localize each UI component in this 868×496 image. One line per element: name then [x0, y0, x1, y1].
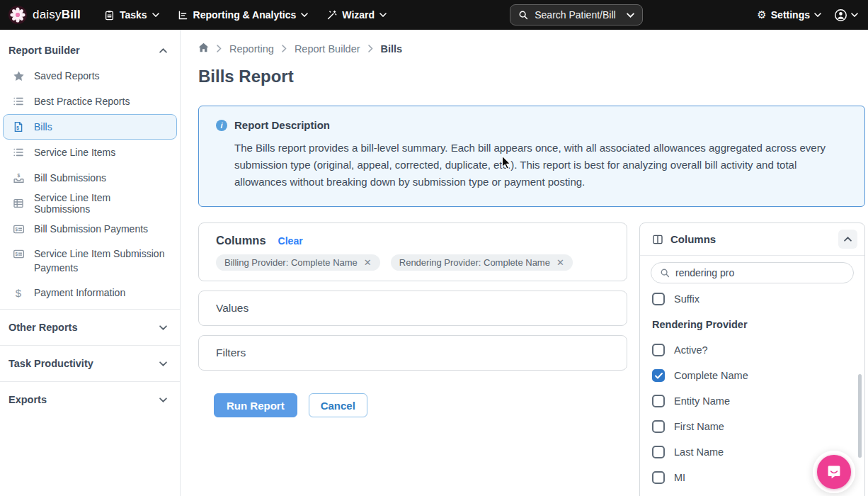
top-navbar: daisyBill Tasks Reporting & Analytics Wi… — [0, 0, 868, 30]
column-option-suffix[interactable]: Suffix — [640, 286, 864, 312]
report-description-body: The Bills report provides a bill-level s… — [234, 140, 847, 191]
checkbox-complete-name[interactable] — [652, 369, 665, 382]
sidebar-item-label: Service Line Item Submissions — [34, 192, 168, 215]
sidebar-item-label: Saved Reports — [34, 70, 100, 81]
columns-dropzone[interactable]: Columns Clear Billing Provider: Complete… — [198, 222, 627, 281]
sidebar-divider — [0, 345, 180, 346]
sidebar-item-bills[interactable]: $ Bills — [3, 114, 177, 140]
home-icon[interactable] — [198, 43, 209, 55]
sidebar-section-task-productivity[interactable]: Task Productivity — [0, 349, 180, 378]
report-description-title: Report Description — [234, 119, 330, 131]
values-label: Values — [216, 302, 249, 315]
chevron-down-icon — [379, 13, 387, 17]
sidebar-item-label: Service Line Items — [34, 147, 115, 158]
sidebar-item-service-line-item-submissions[interactable]: Service Line Item Submissions — [3, 191, 177, 216]
checkbox-suffix[interactable] — [652, 293, 665, 305]
panel-title: Columns — [670, 233, 831, 245]
patient-bill-search[interactable]: Search Patient/Bill — [510, 4, 643, 26]
sidebar-item-service-line-item-submission-payments[interactable]: $ Service Line Item Submission Payments — [3, 242, 177, 280]
column-chip-billing-provider[interactable]: Billing Provider: Complete Name ✕ — [216, 254, 380, 271]
user-avatar-icon — [834, 9, 847, 22]
chevron-down-icon — [159, 325, 167, 330]
list-icon — [12, 147, 25, 158]
star-icon — [12, 70, 25, 82]
columns-search-input[interactable] — [675, 267, 845, 278]
daisybill-logo[interactable]: daisyBill — [8, 6, 81, 24]
search-label: Search Patient/Bill — [535, 9, 620, 21]
svg-text:$: $ — [15, 252, 18, 257]
brand-name: daisyBill — [33, 8, 81, 22]
sidebar-item-bill-submissions[interactable]: $ Bill Submissions — [3, 165, 177, 191]
column-option-complete-name[interactable]: Complete Name — [640, 363, 864, 388]
panel-scrollbar[interactable] — [858, 374, 862, 458]
column-option-label: Entity Name — [674, 395, 730, 407]
gear-icon: ⚙ — [757, 10, 766, 21]
sidebar-item-label: Service Line Item Submission Payments — [34, 247, 168, 275]
breadcrumb-reporting[interactable]: Reporting — [229, 43, 274, 55]
filters-dropzone[interactable]: Filters — [198, 335, 627, 371]
sidebar-divider — [0, 309, 180, 310]
report-builder-form: Columns Clear Billing Provider: Complete… — [198, 222, 627, 417]
chat-launcher[interactable] — [813, 451, 855, 493]
sidebar-item-saved-reports[interactable]: Saved Reports — [3, 63, 177, 89]
values-dropzone[interactable]: Values — [198, 291, 627, 326]
chevron-down-icon — [301, 13, 308, 17]
sidebar-divider — [0, 381, 180, 382]
menu-tasks[interactable]: Tasks — [95, 0, 169, 30]
bill-document-icon: $ — [12, 121, 25, 133]
chevron-down-icon — [159, 361, 167, 366]
menu-wizard[interactable]: Wizard — [317, 0, 396, 30]
navbar-center: Search Patient/Bill — [396, 4, 757, 26]
column-chip-rendering-provider[interactable]: Rendering Provider: Complete Name ✕ — [391, 254, 573, 271]
checkbox-mi[interactable] — [652, 471, 665, 484]
remove-chip-icon[interactable]: ✕ — [556, 258, 564, 267]
run-report-button[interactable]: Run Report — [214, 393, 297, 417]
svg-text:$: $ — [17, 173, 20, 179]
checkbox-active[interactable] — [652, 344, 665, 356]
filters-label: Filters — [216, 346, 246, 359]
dollar-icon: $ — [12, 287, 25, 299]
sidebar-item-best-practice-reports[interactable]: Best Practice Reports — [3, 89, 177, 114]
settings-label: Settings — [771, 9, 810, 21]
main-content: Reporting Report Builder Bills Bills Rep… — [181, 30, 868, 496]
settings-menu[interactable]: ⚙ Settings — [757, 9, 821, 21]
search-icon — [660, 268, 670, 278]
chevron-up-icon — [159, 48, 167, 53]
cancel-button[interactable]: Cancel — [309, 393, 367, 417]
sidebar-item-service-line-items[interactable]: Service Line Items — [3, 140, 177, 165]
user-account-menu[interactable] — [834, 9, 858, 22]
columns-label: Columns — [216, 234, 266, 247]
sidebar-section-report-builder[interactable]: Report Builder — [0, 40, 180, 63]
sidebar-item-bill-submission-payments[interactable]: $ Bill Submission Payments — [3, 216, 177, 242]
sidebar-item-label: Payment Information — [34, 287, 125, 298]
chat-bubble-icon — [817, 455, 851, 489]
column-option-active[interactable]: Active? — [640, 337, 864, 363]
sidebar-item-payment-information[interactable]: $ Payment Information — [3, 280, 177, 305]
column-group-rendering-provider: Rendering Provider — [640, 312, 864, 337]
checkbox-last-name[interactable] — [652, 446, 665, 458]
column-option-entity-name[interactable]: Entity Name — [640, 388, 864, 414]
column-option-first-name[interactable]: First Name — [640, 414, 864, 439]
sidebar-section-exports[interactable]: Exports — [0, 385, 180, 414]
section-label: Report Builder — [8, 45, 80, 56]
breadcrumb-report-builder[interactable]: Report Builder — [295, 43, 360, 55]
payment-card-icon: $ — [12, 248, 25, 260]
chevron-down-icon — [627, 13, 634, 18]
breadcrumb-current-bills: Bills — [381, 43, 403, 55]
svg-text:$: $ — [15, 226, 18, 232]
breadcrumb: Reporting Report Builder Bills — [198, 43, 865, 55]
sidebar-item-label: Bill Submission Payments — [34, 223, 148, 235]
table-icon — [12, 198, 25, 209]
chevron-down-icon — [152, 13, 159, 17]
clear-columns-link[interactable]: Clear — [278, 235, 303, 247]
column-option-label: Last Name — [674, 446, 724, 458]
checkbox-entity-name[interactable] — [652, 395, 665, 407]
page-title: Bills Report — [198, 67, 865, 86]
collapse-panel-button[interactable] — [838, 230, 857, 249]
chevron-down-icon — [814, 13, 821, 17]
checkbox-first-name[interactable] — [652, 420, 665, 433]
sidebar-section-other-reports[interactable]: Other Reports — [0, 313, 180, 342]
menu-reporting-analytics[interactable]: Reporting & Analytics — [169, 0, 318, 30]
column-option-label: Active? — [674, 344, 708, 356]
remove-chip-icon[interactable]: ✕ — [364, 258, 372, 267]
